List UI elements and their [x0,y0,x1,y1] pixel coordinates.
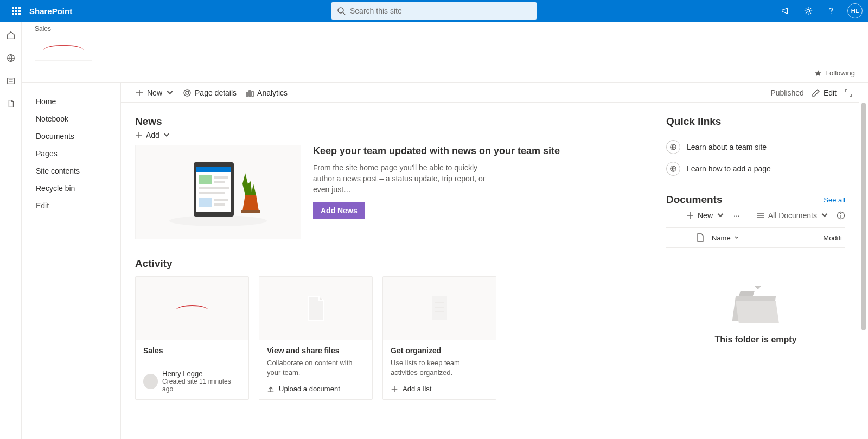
news-row: Keep your team updated with news on your… [135,145,644,239]
user-avatar[interactable]: HL [847,3,863,18]
svg-point-25 [169,215,267,226]
quicklinks-heading: Quick links [666,116,845,128]
news-add[interactable]: Add [135,131,644,139]
quicklink-team-site[interactable]: Learn about a team site [666,136,845,158]
rail-files[interactable] [5,98,16,109]
nav-documents[interactable]: Documents [36,128,116,145]
search-icon [337,7,346,15]
published-label: Published [770,88,804,97]
edit-label: Edit [824,88,837,97]
waffle-icon [12,7,21,15]
quicklink-add-page[interactable]: Learn how to add a page [666,158,845,180]
cmd-page-details[interactable]: Page details [183,88,237,97]
activity-card-files[interactable]: View and share files Collaborate on cont… [259,276,373,400]
svg-rect-31 [214,181,225,183]
card-desc: Collaborate on content with your team. [267,358,365,377]
empty-folder-icon [734,291,777,324]
rail-sites[interactable] [5,53,16,63]
globe-icon [666,140,680,154]
card-author: Henry Legge [162,370,241,378]
documents-new[interactable]: New [686,211,725,220]
card-meta: Created site 11 minutes ago [162,378,241,393]
megaphone-icon [781,6,790,16]
news-body: From the site home page you'll be able t… [313,163,487,195]
svg-rect-32 [199,187,229,189]
rail-home[interactable] [5,30,16,41]
svg-point-53 [841,213,841,214]
card-desc: Use lists to keep team activities organi… [391,358,488,377]
site-header: Sales Following [22,22,868,83]
chevron-down-icon [820,211,829,220]
site-logo[interactable] [35,35,92,61]
star-icon [814,69,822,77]
settings-button[interactable] [802,4,815,17]
search-input[interactable] [350,7,531,15]
chevron-down-icon [163,131,170,139]
info-icon [837,211,845,220]
cmd-new[interactable]: New [135,88,174,97]
nav-edit[interactable]: Edit [36,197,116,214]
activity-card-site[interactable]: Sales Henry Legge Created site 11 minute… [135,276,249,400]
svg-rect-22 [252,92,253,96]
file-type-icon [697,233,704,242]
documents-heading: Documents [666,194,722,206]
svg-rect-5 [18,10,21,12]
megaphone-button[interactable] [779,4,792,17]
add-list-link[interactable]: Add a list [391,385,488,393]
nav-pages[interactable]: Pages [36,145,116,162]
svg-rect-33 [199,192,225,194]
card-image [259,277,372,340]
documents-toolbar: New ··· All Documents [666,211,845,220]
plus-icon [135,131,143,139]
edit-button[interactable]: Edit [812,88,837,97]
scrollbar[interactable] [860,103,867,438]
app-launcher-button[interactable] [5,0,27,22]
file-icon [305,295,327,321]
rail-news[interactable] [5,75,16,86]
activity-card-lists[interactable]: Get organized Use lists to keep team act… [382,276,496,400]
svg-rect-30 [214,176,228,179]
cmd-analytics[interactable]: Analytics [245,88,288,97]
documents-more[interactable]: ··· [733,211,740,220]
documents-empty-state: This folder is empty [666,291,845,345]
nav-notebook[interactable]: Notebook [36,110,116,128]
card-image [383,277,496,340]
chevron-down-icon [734,235,739,240]
documents-info[interactable] [837,211,845,220]
upload-document-link[interactable]: Upload a document [267,385,365,393]
news-add-label: Add [146,131,159,139]
follow-label: Following [825,69,855,77]
nav-recycle-bin[interactable]: Recycle bin [36,180,116,197]
follow-button[interactable]: Following [814,69,855,77]
svg-point-18 [186,91,189,94]
content-right-column: Quick links Learn about a team site Lear… [666,116,845,439]
svg-rect-35 [214,199,228,201]
svg-rect-13 [7,78,14,84]
upload-icon [267,385,275,393]
svg-point-11 [807,9,809,12]
nav-home[interactable]: Home [36,93,116,110]
content-area: News Add [121,103,859,439]
svg-rect-36 [214,203,225,206]
column-name[interactable]: Name [712,234,739,242]
documents-see-all[interactable]: See all [824,196,845,204]
card-title: Get organized [391,346,488,355]
documents-view[interactable]: All Documents [756,211,829,220]
column-modified[interactable]: Modifi [823,234,842,242]
activity-heading: Activity [135,258,644,270]
nav-site-contents[interactable]: Site contents [36,162,116,180]
search-box[interactable] [331,2,537,20]
add-news-button[interactable]: Add News [313,202,365,219]
help-button[interactable] [825,4,838,17]
app-name[interactable]: SharePoint [29,7,72,16]
scrollbar-thumb[interactable] [861,103,866,330]
svg-rect-37 [241,210,260,213]
column-name-label: Name [712,234,731,242]
globe-icon [6,53,16,63]
command-bar: New Page details Analytics Published Edi… [121,83,859,103]
svg-rect-1 [15,7,17,9]
expand-button[interactable] [844,88,853,97]
svg-point-19 [184,90,190,96]
plus-icon [686,211,694,220]
cmd-page-details-label: Page details [195,88,237,97]
